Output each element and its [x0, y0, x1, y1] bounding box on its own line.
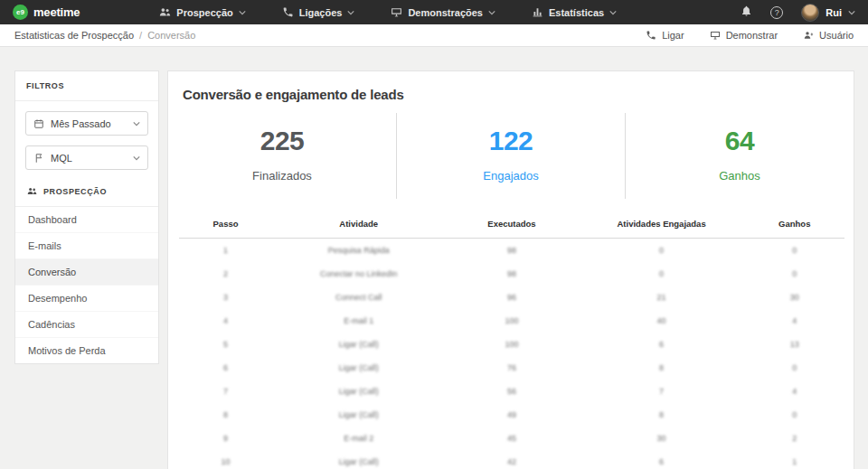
chevron-down-icon	[848, 10, 855, 15]
table-row[interactable]: 2 Conectar no LinkedIn 98 0 0	[179, 262, 844, 286]
page-title: Conversão e engajamento de leads	[168, 71, 854, 106]
demonstrar-label: Demonstrar	[726, 30, 778, 41]
cell-passo: 9	[179, 427, 272, 450]
lead-type-filter-dropdown[interactable]: MQL	[25, 145, 148, 170]
table-row[interactable]: 6 Ligar (Call) 76 8 0	[179, 356, 844, 380]
nav-item-ligacoes[interactable]: Ligações	[282, 6, 355, 18]
col-executados: Executados	[445, 213, 578, 239]
sidebar-menu-item-label: E-mails	[28, 240, 61, 251]
breadcrumb-current: Conversão	[147, 30, 195, 41]
breadcrumb-separator: /	[139, 30, 142, 41]
cell-executados: 100	[445, 333, 578, 356]
navbar-right: ? Rui	[741, 4, 855, 22]
cell-engajadas: 21	[579, 286, 745, 309]
phone-icon	[646, 30, 656, 41]
stat-finalizados-label: Finalizados	[168, 169, 396, 183]
cell-executados: 49	[445, 403, 578, 427]
cell-atividade: E-mail 1	[272, 309, 445, 333]
prospeccao-section-label: PROSPECÇÃO	[43, 187, 107, 196]
cell-atividade: Ligar (Call)	[272, 403, 445, 427]
period-filter-dropdown[interactable]: Mês Passado	[25, 111, 148, 136]
sidebar-menu-item-label: Desempenho	[28, 293, 87, 304]
cell-ganhos: 0	[745, 262, 844, 286]
brand-name: meetime	[33, 5, 80, 19]
cell-atividade: Pesquisa Rápida	[272, 239, 445, 262]
cell-passo: 8	[179, 403, 272, 427]
usuario-label: Usuário	[819, 30, 854, 41]
sidebar-menu-item[interactable]: Motivos de Perda	[15, 338, 158, 363]
conversion-table: Passo Atividade Executados Atividades En…	[179, 213, 844, 469]
cell-engajadas: 6	[579, 450, 745, 469]
table-row[interactable]: 1 Pesquisa Rápida 98 0 0	[179, 239, 844, 262]
cell-ganhos: 4	[745, 380, 844, 403]
stat-engajados-label: Engajados	[397, 169, 625, 183]
cell-ganhos: 13	[745, 333, 844, 356]
chart-icon	[532, 6, 543, 18]
breadcrumb-section[interactable]: Estatisticas de Prospecção	[14, 30, 134, 41]
col-atividades-engajadas: Atividades Engajadas	[579, 213, 745, 239]
cell-engajadas: 40	[579, 309, 745, 333]
cell-passo: 6	[179, 356, 272, 380]
cell-atividade: Connect Call	[272, 286, 445, 309]
monitor-icon	[391, 6, 402, 18]
stat-finalizados: 225 Finalizados	[168, 113, 396, 199]
table-row[interactable]: 9 E-mail 2 45 30 2	[179, 427, 844, 450]
lead-type-filter-value: MQL	[51, 153, 72, 164]
nav-item-estatisticas[interactable]: Estatísticas	[532, 6, 617, 18]
sidebar-menu-item-label: Dashboard	[28, 214, 77, 225]
cell-executados: 96	[445, 286, 578, 309]
filters-title: FILTROS	[15, 71, 158, 101]
col-ganhos: Ganhos	[745, 213, 844, 239]
cell-atividade: E-mail 2	[272, 427, 445, 450]
col-passo: Passo	[179, 213, 272, 239]
table-row[interactable]: 10 Ligar (Call) 42 6 1	[179, 450, 844, 469]
usuario-button[interactable]: Usuário	[803, 30, 854, 41]
sidebar: FILTROS Mês Passado MQL PROSPECÇÃO Dashb…	[14, 70, 159, 364]
chevron-down-icon	[347, 10, 354, 15]
ligar-button[interactable]: Ligar	[646, 30, 684, 41]
chevron-down-icon	[488, 10, 495, 15]
bell-icon	[741, 5, 752, 17]
cell-atividade: Ligar (Call)	[272, 333, 445, 356]
table-row[interactable]: 7 Ligar (Call) 56 7 4	[179, 380, 844, 403]
nav-item-label: Ligações	[299, 7, 343, 18]
user-menu[interactable]: Rui	[801, 4, 855, 22]
period-filter-value: Mês Passado	[51, 118, 111, 129]
cell-engajadas: 8	[579, 356, 745, 380]
meetime-logo-icon: e9	[13, 5, 28, 20]
cell-ganhos: 0	[745, 239, 844, 262]
cell-executados: 100	[445, 309, 578, 333]
cell-ganhos: 1	[745, 450, 844, 469]
cell-passo: 4	[179, 309, 272, 333]
user-name: Rui	[826, 7, 842, 18]
sidebar-menu-item-label: Motivos de Perda	[28, 345, 106, 356]
help-button[interactable]: ?	[770, 6, 783, 19]
nav-item-prospeccao[interactable]: Prospecção	[159, 6, 245, 18]
table-row[interactable]: 4 E-mail 1 100 40 4	[179, 309, 844, 333]
cell-executados: 45	[445, 427, 578, 450]
avatar	[801, 4, 819, 22]
sidebar-menu-item[interactable]: Conversão	[15, 259, 158, 286]
brand[interactable]: e9 meetime	[13, 5, 80, 20]
sidebar-menu-item-label: Conversão	[28, 267, 76, 277]
table-row[interactable]: 3 Connect Call 96 21 30	[179, 286, 844, 309]
sidebar-menu-item[interactable]: Dashboard	[15, 207, 158, 233]
demonstrar-button[interactable]: Demonstrar	[710, 30, 778, 41]
sidebar-menu-item[interactable]: E-mails	[15, 233, 158, 259]
cell-atividade: Ligar (Call)	[272, 380, 445, 403]
nav-item-demonstracoes[interactable]: Demonstrações	[391, 6, 495, 18]
main-panel: Conversão e engajamento de leads 225 Fin…	[167, 70, 854, 469]
sidebar-menu-item[interactable]: Cadências	[15, 312, 158, 338]
table-row[interactable]: 5 Ligar (Call) 100 6 13	[179, 333, 844, 356]
cell-atividade: Ligar (Call)	[272, 450, 445, 469]
people-icon	[159, 6, 171, 18]
stat-engajados: 122 Engajados	[396, 113, 625, 199]
stats-row: 225 Finalizados 122 Engajados 64 Ganhos	[168, 113, 854, 199]
table-row[interactable]: 8 Ligar (Call) 49 8 0	[179, 403, 844, 427]
sidebar-menu-item[interactable]: Desempenho	[15, 286, 158, 312]
chevron-down-icon	[133, 121, 140, 127]
breadcrumb-actions: Ligar Demonstrar Usuário	[646, 30, 854, 41]
table-body: 1 Pesquisa Rápida 98 0 0 2 Conectar no L…	[179, 239, 844, 469]
cell-engajadas: 7	[579, 380, 745, 403]
notifications-button[interactable]	[741, 5, 752, 21]
